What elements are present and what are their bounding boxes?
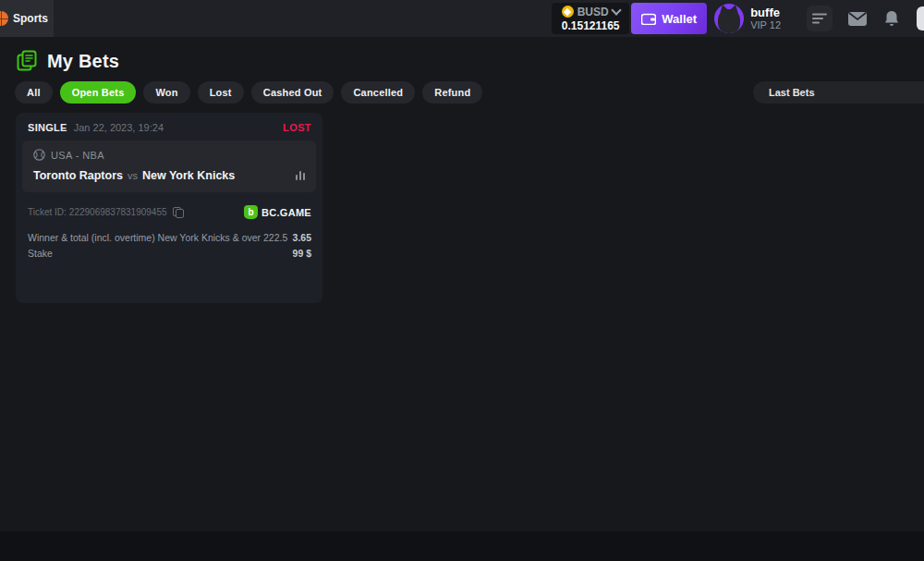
- bet-type: SINGLE: [28, 122, 67, 133]
- bet-status-badge: LOST: [283, 122, 311, 133]
- copy-icon[interactable]: [173, 207, 183, 217]
- vip-level: VIP 12: [750, 19, 781, 31]
- brand-logo: b BC.GAME: [244, 205, 311, 219]
- stake-row: Stake 99 $: [28, 246, 311, 262]
- avatar[interactable]: [714, 4, 744, 33]
- mail-icon: [848, 12, 867, 26]
- bet-details: Winner & total (incl. overtime) New York…: [16, 219, 322, 262]
- ticket-row: Ticket ID: 2229069837831909455 b BC.GAME: [16, 192, 322, 219]
- notifications-button[interactable]: [884, 11, 899, 27]
- stake-label: Stake: [28, 246, 53, 262]
- filter-cashed-out[interactable]: Cashed Out: [251, 81, 334, 104]
- footer-area: [0, 531, 924, 561]
- vs-label: vs: [128, 170, 138, 181]
- bet-datetime: Jan 22, 2023, 19:24: [74, 122, 164, 133]
- bet-card-header: SINGLE Jan 22, 2023, 19:24 LOST: [16, 113, 322, 139]
- chat-icon[interactable]: [917, 6, 924, 30]
- currency-selector[interactable]: BUSD 0.15121165: [552, 3, 629, 34]
- selection-label: Winner & total (incl. overtime) New York…: [28, 230, 287, 246]
- inbox-button[interactable]: [848, 12, 867, 26]
- ticket-id-value: 2229069837831909455: [69, 207, 167, 217]
- filter-won[interactable]: Won: [143, 81, 189, 104]
- filter-cancelled[interactable]: Cancelled: [341, 81, 415, 104]
- match-row: Toronto Raptors vs New York Knicks: [33, 169, 305, 182]
- page-header: My Bets: [17, 50, 119, 72]
- filter-refund[interactable]: Refund: [422, 81, 482, 104]
- sports-tab[interactable]: Sports: [0, 0, 54, 37]
- username: buffe: [750, 6, 781, 19]
- chevron-down-icon: [611, 5, 621, 15]
- league-icon: [33, 149, 45, 161]
- filter-all[interactable]: All: [15, 81, 53, 104]
- currency-code: BUSD: [578, 6, 609, 18]
- filter-open-bets[interactable]: Open Bets: [60, 81, 137, 104]
- selection-odds: 3.65: [293, 230, 311, 246]
- sort-dropdown[interactable]: Last Bets: [753, 81, 924, 104]
- bet-list-button[interactable]: [807, 6, 833, 31]
- wallet-button[interactable]: Wallet: [631, 3, 707, 34]
- selection-row: Winner & total (incl. overtime) New York…: [28, 230, 311, 246]
- coin-icon: [562, 6, 574, 18]
- sort-dropdown-value: Last Bets: [769, 87, 815, 98]
- menu-list-icon: [812, 13, 827, 24]
- filter-tabs: All Open Bets Won Lost Cashed Out Cancel…: [15, 81, 482, 104]
- home-team: Toronto Raptors: [33, 169, 123, 182]
- filter-lost[interactable]: Lost: [198, 81, 244, 104]
- league-row: USA - NBA: [33, 149, 305, 161]
- match-panel: USA - NBA Toronto Raptors vs New York Kn…: [22, 140, 316, 192]
- wallet-icon: [641, 13, 656, 25]
- wallet-button-label: Wallet: [662, 12, 697, 26]
- page-title: My Bets: [47, 51, 119, 72]
- league-label: USA - NBA: [51, 150, 104, 161]
- basketball-icon: [0, 11, 8, 26]
- user-profile[interactable]: buffe VIP 12: [750, 6, 781, 31]
- bell-icon: [884, 11, 899, 27]
- currency-balance: 0.15121165: [557, 19, 624, 32]
- sports-tab-label: Sports: [13, 12, 48, 25]
- stats-icon[interactable]: [296, 171, 305, 180]
- my-bets-icon: [17, 50, 38, 72]
- topbar: Sports BUSD 0.15121165 Wallet buffe VIP …: [0, 0, 924, 37]
- stake-value: 99 $: [293, 246, 311, 262]
- bet-card: SINGLE Jan 22, 2023, 19:24 LOST USA - NB…: [16, 113, 322, 303]
- topbar-right: BUSD 0.15121165 Wallet buffe VIP 12: [552, 0, 924, 37]
- brand-shield-icon: b: [244, 205, 258, 219]
- brand-name: BC.GAME: [261, 207, 311, 218]
- ticket-id-label: Ticket ID:: [28, 207, 67, 217]
- away-team: New York Knicks: [142, 169, 235, 182]
